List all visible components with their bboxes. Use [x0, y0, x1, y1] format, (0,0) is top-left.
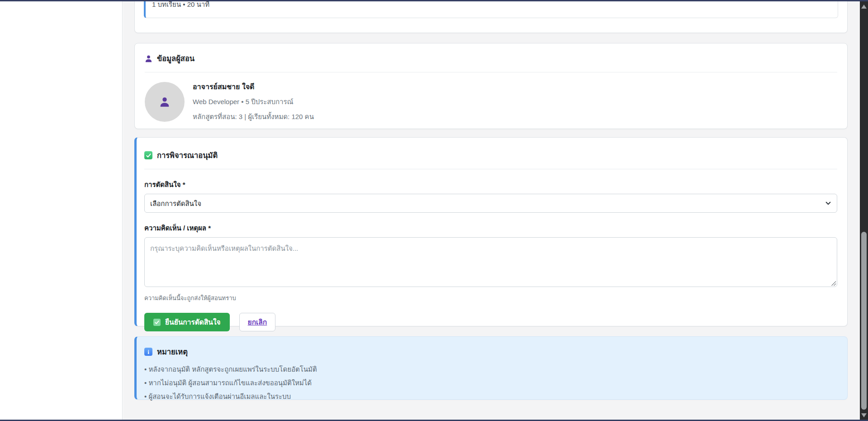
- decision-label: การตัดสินใจ *: [144, 179, 837, 190]
- note-item: • ผู้สอนจะได้รับการแจ้งเตือนผ่านอีเมลและ…: [144, 391, 837, 402]
- instructor-card-header: ข้อมูลผู้สอน: [145, 53, 837, 64]
- comment-label: ความคิดเห็น / เหตุผล *: [144, 223, 837, 234]
- note-item: • หากไม่อนุมัติ ผู้สอนสามารถแก้ไขและส่งข…: [144, 378, 837, 388]
- note-card-title: หมายเหตุ: [157, 346, 188, 358]
- comment-help-text: ความคิดเห็นนี้จะถูกส่งให้ผู้สอนทราบ: [144, 293, 837, 303]
- instructor-role: Web Developer • 5 ปีประสบการณ์: [193, 96, 314, 107]
- action-buttons-row: ยืนยันการตัดสินใจ ยกเลิก: [144, 313, 837, 331]
- note-card: หมายเหตุ • หลังจากอนุมัติ หลักสูตรจะถูกเ…: [134, 336, 848, 400]
- check-square-icon: [144, 151, 152, 159]
- instructor-name: อาจารย์สมชาย ใจดี: [193, 81, 314, 92]
- approval-card-header: การพิจารณาอนุมัติ: [144, 149, 837, 161]
- cancel-button[interactable]: ยกเลิก: [239, 313, 276, 331]
- comment-textarea[interactable]: [144, 237, 837, 287]
- scrollbar-up-arrow-icon[interactable]: [861, 5, 867, 9]
- instructor-info: อาจารย์สมชาย ใจดี Web Developer • 5 ปีปร…: [193, 81, 314, 122]
- instructor-stats: หลักสูตรที่สอน: 3 | ผู้เรียนทั้งหมด: 120…: [193, 111, 314, 122]
- left-sidebar: [0, 1, 123, 420]
- decision-select[interactable]: เลือกการตัดสินใจ: [144, 194, 837, 213]
- confirm-decision-button[interactable]: ยืนยันการตัดสินใจ: [144, 313, 230, 331]
- main-content: 1 บทเรียน • 20 นาที ข้อมูลผู้สอน: [123, 1, 860, 420]
- comment-textarea-wrap: [144, 237, 837, 287]
- check-icon: [153, 319, 161, 326]
- avatar-person-icon: [159, 96, 170, 107]
- note-list: • หลังจากอนุมัติ หลักสูตรจะถูกเผยแพร่ในร…: [144, 364, 837, 402]
- approval-card: การพิจารณาอนุมัติ การตัดสินใจ * เลือกการ…: [134, 137, 848, 326]
- divider: [145, 72, 837, 72]
- instructor-card: ข้อมูลผู้สอน อาจารย์สมชาย ใจดี Web Devel…: [134, 43, 848, 129]
- approval-card-title: การพิจารณาอนุมัติ: [157, 149, 218, 161]
- lesson-meta: 1 บทเรียน • 20 นาที: [152, 1, 209, 10]
- person-icon: [145, 55, 152, 62]
- top-border-bar: [0, 0, 868, 1]
- instructor-avatar: [145, 82, 185, 122]
- cancel-button-label: ยกเลิก: [248, 316, 267, 328]
- instructor-card-title: ข้อมูลผู้สอน: [157, 53, 194, 64]
- instructor-body: อาจารย์สมชาย ใจดี Web Developer • 5 ปีปร…: [145, 81, 837, 122]
- resize-handle-icon[interactable]: [830, 280, 836, 286]
- scrollbar-down-arrow-icon[interactable]: [861, 413, 867, 417]
- info-icon: [144, 348, 152, 356]
- confirm-button-label: ยืนยันการตัดสินใจ: [165, 316, 221, 328]
- divider: [144, 169, 837, 169]
- note-item: • หลังจากอนุมัติ หลักสูตรจะถูกเผยแพร่ในร…: [144, 364, 837, 375]
- note-card-header: หมายเหตุ: [144, 346, 837, 358]
- vertical-scrollbar[interactable]: [860, 1, 868, 420]
- lesson-item[interactable]: 1 บทเรียน • 20 นาที: [144, 1, 838, 18]
- decision-select-wrap: เลือกการตัดสินใจ: [144, 194, 837, 213]
- content-column: 1 บทเรียน • 20 นาที ข้อมูลผู้สอน: [134, 1, 848, 400]
- scrollbar-thumb[interactable]: [861, 232, 867, 410]
- lessons-card: 1 บทเรียน • 20 นาที: [134, 1, 848, 33]
